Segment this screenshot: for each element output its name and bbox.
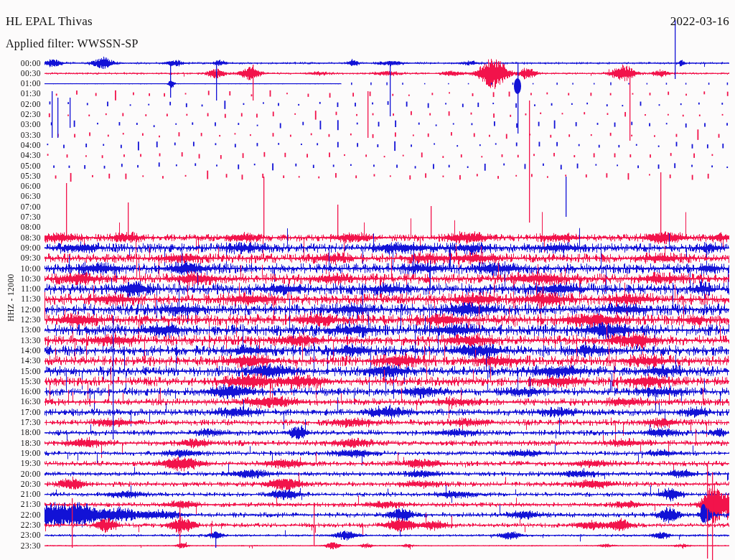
time-label: 00:00 (0, 59, 41, 68)
time-label: 05:30 (0, 172, 41, 181)
time-label: 13:00 (0, 325, 41, 335)
time-label: 03:00 (0, 120, 41, 129)
time-label: 20:30 (0, 480, 41, 489)
time-label: 23:30 (0, 541, 41, 551)
station-title: HL EPAL Thivas (6, 15, 93, 27)
time-label: 16:00 (0, 387, 41, 396)
time-label: 18:30 (0, 439, 41, 448)
time-label: 01:30 (0, 89, 41, 98)
time-label: 05:00 (0, 162, 41, 171)
time-label: 12:30 (0, 315, 41, 325)
time-label: 02:30 (0, 110, 41, 119)
time-label: 02:00 (0, 100, 41, 109)
time-label: 07:00 (0, 202, 41, 212)
time-label: 04:30 (0, 151, 41, 160)
time-label: 10:30 (0, 274, 41, 284)
time-label: 19:00 (0, 449, 41, 458)
time-label: 22:00 (0, 510, 41, 520)
time-label: 00:30 (0, 69, 41, 78)
time-label: 12:00 (0, 305, 41, 314)
seismogram-traces-canvas (0, 0, 735, 560)
time-label: 21:00 (0, 490, 41, 499)
time-label: 15:00 (0, 367, 41, 376)
time-label: 19:30 (0, 459, 41, 468)
time-label: 18:00 (0, 428, 41, 437)
time-label: 08:30 (0, 233, 41, 243)
time-label: 07:30 (0, 213, 41, 222)
time-label: 10:00 (0, 264, 41, 274)
time-label: 06:30 (0, 192, 41, 201)
time-label: 11:00 (0, 284, 41, 294)
time-label: 04:00 (0, 141, 41, 150)
time-label: 22:30 (0, 521, 41, 530)
time-label: 09:00 (0, 243, 41, 253)
helicorder-page: HL EPAL Thivas 2022-03-16 Applied filter… (0, 0, 735, 560)
time-label: 14:00 (0, 346, 41, 355)
time-label: 17:00 (0, 408, 41, 417)
time-label: 20:00 (0, 470, 41, 479)
time-label: 13:30 (0, 336, 41, 345)
time-label: 03:30 (0, 131, 41, 140)
time-label: 17:30 (0, 418, 41, 427)
time-label: 06:00 (0, 182, 41, 191)
time-label: 16:30 (0, 397, 41, 406)
time-label: 09:30 (0, 253, 41, 263)
time-label: 14:30 (0, 356, 41, 365)
time-label: 08:00 (0, 223, 41, 232)
time-label: 01:00 (0, 79, 41, 88)
time-label: 23:00 (0, 531, 41, 540)
time-label: 21:30 (0, 500, 41, 509)
time-label: 15:30 (0, 377, 41, 386)
time-label: 11:30 (0, 294, 41, 304)
report-date: 2022-03-16 (670, 15, 729, 27)
filter-label: Applied filter: WWSSN-SP (6, 37, 139, 50)
